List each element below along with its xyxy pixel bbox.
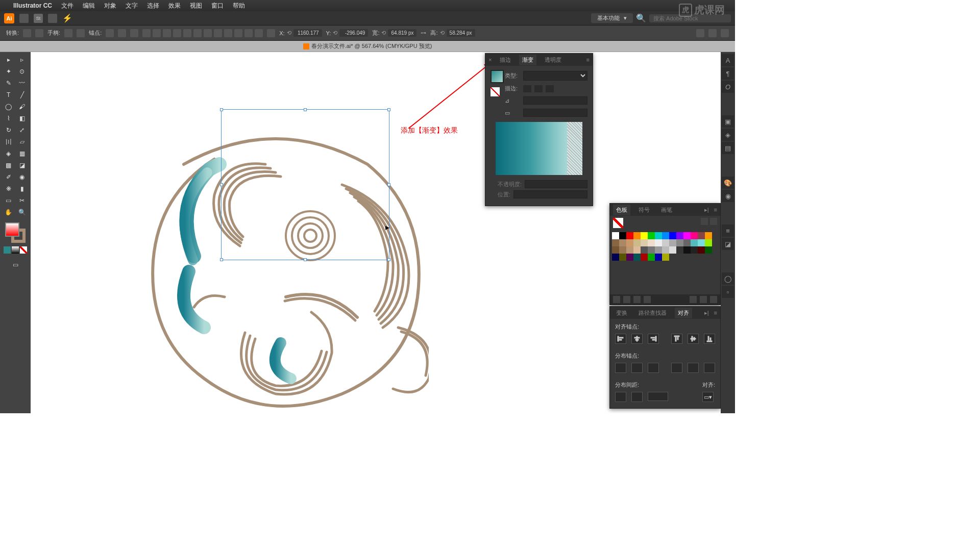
align-collapse-icon[interactable]: ▸|: [704, 310, 709, 316]
ctrl-ico5[interactable]: [106, 29, 114, 37]
dist-value[interactable]: [648, 392, 668, 401]
dock-lib[interactable]: ▣: [722, 115, 734, 128]
current-fill[interactable]: [613, 218, 623, 228]
zoom-tool[interactable]: 🔍: [16, 207, 29, 218]
handle-bm[interactable]: [304, 258, 307, 261]
dist-right[interactable]: [704, 363, 715, 373]
sw-lib[interactable]: [613, 296, 620, 303]
free-transform-tool[interactable]: ▱: [16, 136, 29, 147]
tab-stroke[interactable]: 描边: [497, 55, 514, 65]
lasso-tool[interactable]: ⊙: [16, 66, 29, 77]
swatch-color[interactable]: [648, 246, 655, 254]
swatch-color[interactable]: [633, 239, 641, 246]
scale-tool[interactable]: ⤢: [16, 124, 29, 136]
swatch-color[interactable]: [669, 232, 676, 239]
swatch-color[interactable]: [669, 246, 676, 254]
swatch-color[interactable]: [648, 239, 655, 246]
tab-align[interactable]: 对齐: [675, 308, 692, 318]
align-top[interactable]: [671, 334, 682, 344]
tab-pathfinder[interactable]: 路径查找器: [635, 308, 670, 318]
ctrl-end2[interactable]: [708, 29, 717, 37]
sw-new-group[interactable]: [690, 296, 697, 303]
ctrl-ico2[interactable]: [35, 29, 43, 37]
dock-glyph[interactable]: O: [722, 81, 734, 93]
dist-left[interactable]: [671, 363, 682, 373]
swatch-color[interactable]: [633, 246, 641, 254]
dist-hcenter[interactable]: [688, 363, 699, 373]
view-list[interactable]: [701, 218, 708, 225]
dock-guide[interactable]: ◉: [722, 190, 734, 202]
type-tool[interactable]: T: [2, 89, 15, 101]
dock-grad[interactable]: ◪: [722, 238, 734, 250]
handle-tm[interactable]: [304, 108, 307, 111]
gpu-icon[interactable]: ⚡: [62, 13, 72, 23]
dist-6[interactable]: [255, 29, 263, 37]
selection-tool[interactable]: ▸: [2, 54, 15, 65]
menu-type[interactable]: 文字: [126, 2, 138, 10]
dist-3[interactable]: [224, 29, 232, 37]
swatch-color[interactable]: [691, 246, 698, 254]
angle-input[interactable]: [523, 96, 587, 105]
handle-br[interactable]: [387, 258, 390, 261]
swatch-color[interactable]: [612, 239, 619, 246]
align-t[interactable]: [173, 29, 181, 37]
swatch-color[interactable]: [705, 246, 712, 254]
align-l[interactable]: [142, 29, 151, 37]
view-grid[interactable]: [710, 218, 717, 225]
dist-4[interactable]: [234, 29, 242, 37]
dock-layers[interactable]: ▤: [722, 142, 734, 154]
menu-window[interactable]: 窗口: [211, 2, 224, 10]
swatch-color[interactable]: [669, 239, 676, 246]
dist-top[interactable]: [615, 363, 626, 373]
gradient-preview[interactable]: [496, 122, 582, 175]
swatch-color[interactable]: [626, 239, 633, 246]
selection-box[interactable]: [221, 109, 389, 260]
gradient-swatch[interactable]: [491, 70, 504, 83]
column-graph-tool[interactable]: ▮: [16, 183, 29, 194]
swatch-color[interactable]: [648, 254, 655, 261]
dist-v-space[interactable]: [615, 392, 626, 402]
magic-wand-tool[interactable]: ✦: [2, 66, 15, 77]
screen-mode[interactable]: ▭: [2, 259, 29, 270]
swatch-color[interactable]: [655, 232, 662, 239]
menu-object[interactable]: 对象: [104, 2, 116, 10]
ctrl-ico6[interactable]: [118, 29, 126, 37]
swatch-color[interactable]: [612, 232, 619, 239]
stroke-opt-1[interactable]: [523, 85, 531, 92]
dist-1[interactable]: [204, 29, 212, 37]
swatch-color[interactable]: [662, 239, 669, 246]
aspect-input[interactable]: [523, 109, 587, 117]
y-value[interactable]: -296.049: [339, 29, 368, 37]
swatch-color[interactable]: [691, 232, 698, 239]
swatch-color[interactable]: [641, 254, 648, 261]
swatch-color[interactable]: [612, 246, 619, 254]
arrange-icon[interactable]: [48, 14, 57, 23]
symbol-sprayer-tool[interactable]: ❋: [2, 183, 15, 194]
swatch-menu-icon[interactable]: ≡: [714, 207, 717, 213]
swatch-color[interactable]: [683, 232, 691, 239]
opacity-input[interactable]: [525, 180, 587, 188]
artboard-tool[interactable]: ▭: [2, 195, 15, 206]
align-menu-icon[interactable]: ≡: [714, 310, 717, 316]
align-right[interactable]: [648, 334, 659, 344]
dock-stroke[interactable]: ≡: [722, 224, 734, 237]
w-value[interactable]: 64.819 px: [388, 29, 416, 37]
direct-selection-tool[interactable]: ▹: [16, 54, 29, 65]
dock-graphic[interactable]: ▫: [722, 286, 734, 298]
paintbrush-tool[interactable]: 🖌: [16, 101, 29, 112]
swatch-color[interactable]: [683, 246, 691, 254]
swatch-color[interactable]: [626, 254, 633, 261]
refpoint[interactable]: [267, 29, 275, 37]
stroke-opt-2[interactable]: [534, 85, 543, 92]
shaper-tool[interactable]: ⌇: [2, 113, 15, 124]
dock-para[interactable]: ¶: [722, 67, 734, 80]
swatch-color[interactable]: [633, 254, 641, 261]
handle-mr[interactable]: [387, 183, 390, 186]
swatch-color[interactable]: [676, 246, 683, 254]
rectangle-tool[interactable]: ◯: [2, 101, 15, 112]
dist-h-space[interactable]: [631, 392, 643, 402]
handle-ml[interactable]: [220, 183, 223, 186]
swatch-color[interactable]: [676, 239, 683, 246]
swatch-color[interactable]: [619, 246, 626, 254]
swatch-color[interactable]: [655, 239, 662, 246]
